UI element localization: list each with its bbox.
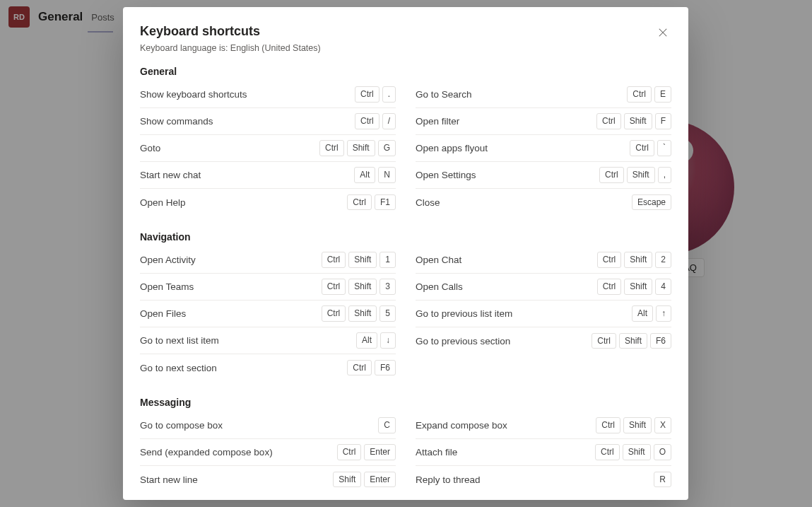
shortcut-row: Open CallsCtrlShift4 xyxy=(416,274,671,301)
key: 5 xyxy=(379,305,396,321)
shortcut-row: Go to next sectionCtrlF6 xyxy=(140,354,396,381)
shortcut-row: Open SettingsCtrlShift, xyxy=(416,162,671,189)
dialog-header: Keyboard shortcuts Keyboard language is:… xyxy=(140,24,671,53)
shortcut-keys: CtrlShift3 xyxy=(322,279,396,294)
shortcut-keys: ShiftEnter xyxy=(333,472,396,487)
key: Ctrl xyxy=(337,444,362,460)
shortcut-row: Go to next list itemAlt↓ xyxy=(140,327,396,354)
key: Shift xyxy=(623,417,652,433)
shortcut-row: Open apps flyoutCtrl` xyxy=(416,135,671,162)
close-icon xyxy=(658,28,668,37)
shortcut-row: Go to SearchCtrlE xyxy=(416,81,671,108)
key: , xyxy=(658,167,671,182)
shortcut-row: Attach fileCtrlShiftO xyxy=(416,439,671,466)
key: C xyxy=(378,417,396,433)
section-column-right: Go to SearchCtrlEOpen filterCtrlShiftFOp… xyxy=(416,81,671,216)
shortcut-row: Start new lineShiftEnter xyxy=(140,466,396,493)
dialog-subtitle: Keyboard language is: English (United St… xyxy=(140,43,650,53)
key: Shift xyxy=(348,252,377,267)
key: Ctrl xyxy=(597,252,622,267)
shortcut-row: Open FilesCtrlShift5 xyxy=(140,301,396,327)
shortcut-label: Go to Search xyxy=(416,89,472,100)
shortcut-keys: CtrlShiftX xyxy=(596,417,671,433)
key: Ctrl xyxy=(596,113,621,129)
shortcut-keys: CtrlShift4 xyxy=(597,279,671,294)
shortcut-keys: CtrlShiftO xyxy=(595,444,671,460)
shortcut-keys: Ctrl. xyxy=(355,86,396,102)
shortcut-row: Send (expanded compose box)CtrlEnter xyxy=(140,439,396,466)
key: Ctrl xyxy=(592,333,616,349)
section-column-right: Expand compose boxCtrlShiftXAttach fileC… xyxy=(416,412,671,493)
shortcut-label: Start new chat xyxy=(140,170,201,180)
shortcut-keys: Ctrl` xyxy=(630,140,671,156)
shortcut-row: Start new chatAltN xyxy=(140,162,396,189)
shortcut-row: Expand compose boxCtrlShiftX xyxy=(416,412,671,439)
shortcut-keys: CtrlShift5 xyxy=(322,305,396,321)
shortcut-label: Open apps flyout xyxy=(416,143,488,153)
section-columns: Go to compose boxCSend (expanded compose… xyxy=(140,412,671,493)
dialog-scroll[interactable]: Keyboard shortcuts Keyboard language is:… xyxy=(123,7,688,500)
shortcut-label: Open Chat xyxy=(416,255,461,265)
key: Shift xyxy=(624,113,652,129)
key: Ctrl xyxy=(595,444,620,460)
shortcut-row: Open ChatCtrlShift2 xyxy=(416,247,671,274)
key: / xyxy=(382,113,396,129)
section-column-left: Show keyboard shortcutsCtrl.Show command… xyxy=(140,81,396,216)
key: ` xyxy=(657,140,671,156)
shortcut-keys: CtrlShiftF6 xyxy=(592,333,671,349)
section-title: Messaging xyxy=(140,397,671,408)
shortcut-keys: CtrlShiftG xyxy=(319,140,396,156)
key: Escape xyxy=(632,194,671,210)
shortcut-label: Goto xyxy=(140,143,160,153)
key: Alt xyxy=(354,167,375,182)
key: Ctrl xyxy=(596,417,620,433)
shortcut-keys: Escape xyxy=(632,194,671,210)
shortcut-label: Go to compose box xyxy=(140,420,223,431)
key: Ctrl xyxy=(322,279,346,294)
shortcut-label: Show commands xyxy=(140,116,213,127)
close-button[interactable] xyxy=(653,23,673,42)
shortcut-keys: CtrlEnter xyxy=(337,444,396,460)
shortcut-label: Open Calls xyxy=(416,281,463,292)
shortcut-keys: CtrlE xyxy=(627,86,671,102)
key: Shift xyxy=(348,279,377,294)
shortcut-label: Show keyboard shortcuts xyxy=(140,89,247,100)
key: Shift xyxy=(624,252,652,267)
shortcut-label: Open Activity xyxy=(140,255,196,265)
shortcut-keys: Ctrl/ xyxy=(355,113,396,129)
key: Shift xyxy=(619,333,647,349)
key: Alt xyxy=(356,332,377,348)
key: Ctrl xyxy=(347,360,372,375)
shortcut-label: Attach file xyxy=(416,447,457,458)
key: F xyxy=(655,113,671,129)
dialog-title: Keyboard shortcuts xyxy=(140,24,650,39)
shortcut-section: MessagingGo to compose boxCSend (expande… xyxy=(140,397,671,493)
section-column-left: Open ActivityCtrlShift1Open TeamsCtrlShi… xyxy=(140,247,396,381)
shortcut-keys: AltN xyxy=(354,167,396,182)
key: O xyxy=(654,444,671,460)
key: Ctrl xyxy=(627,86,652,102)
key: 1 xyxy=(379,252,396,267)
shortcut-label: Close xyxy=(416,197,440,208)
shortcut-row: Open TeamsCtrlShift3 xyxy=(140,274,396,301)
shortcut-keys: CtrlF6 xyxy=(347,360,396,375)
key: Ctrl xyxy=(319,140,344,156)
key: R xyxy=(654,472,671,487)
key: F6 xyxy=(375,360,396,375)
shortcut-keys: C xyxy=(378,417,396,433)
shortcut-label: Go to previous section xyxy=(416,336,510,346)
section-column-right: Open ChatCtrlShift2Open CallsCtrlShift4G… xyxy=(416,247,671,381)
key: N xyxy=(378,167,396,182)
key: Ctrl xyxy=(322,305,346,321)
shortcut-row: Reply to threadR xyxy=(416,466,671,493)
shortcut-row: GotoCtrlShiftG xyxy=(140,135,396,162)
key: F1 xyxy=(375,194,396,210)
shortcut-label: Open Help xyxy=(140,197,186,208)
shortcut-row: Open HelpCtrlF1 xyxy=(140,189,396,216)
key: Shift xyxy=(623,444,651,460)
key: Shift xyxy=(624,279,652,294)
key: ↓ xyxy=(380,332,396,348)
shortcut-label: Open filter xyxy=(416,116,459,127)
key: 4 xyxy=(655,279,671,294)
shortcut-label: Go to next section xyxy=(140,363,217,373)
